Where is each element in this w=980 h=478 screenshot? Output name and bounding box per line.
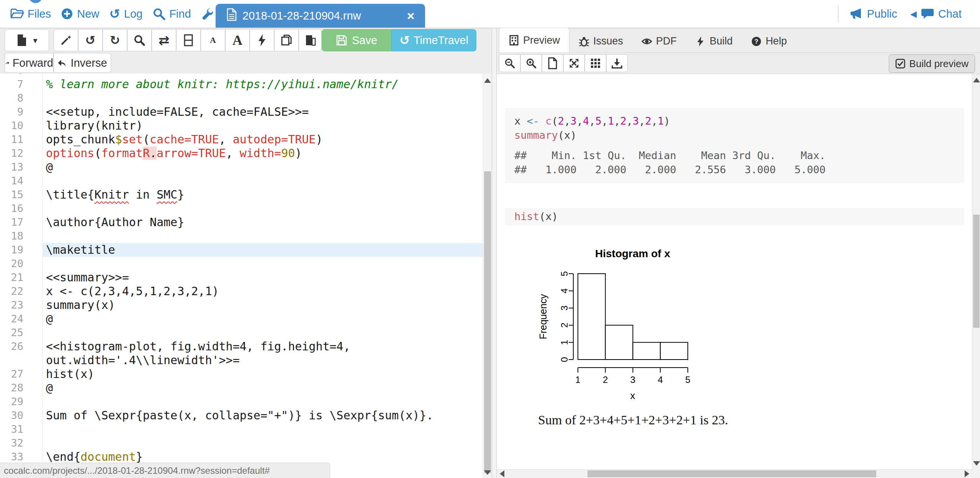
font-decrease-button[interactable]: A: [201, 29, 225, 51]
forward-button[interactable]: Forward: [5, 53, 54, 73]
editor-line[interactable]: 21<<summary>>=: [0, 271, 483, 284]
editor-line[interactable]: 25: [0, 326, 483, 340]
timetravel-button[interactable]: ↺ TimeTravel: [391, 29, 476, 51]
new-file-menu-button[interactable]: ▾: [5, 29, 49, 51]
svg-text:3: 3: [630, 375, 635, 385]
editor-line[interactable]: 10library(knitr): [0, 119, 483, 133]
editor-line[interactable]: 8: [0, 91, 483, 105]
code-editor[interactable]: 67% learn more about knitr: https://yihu…: [0, 74, 483, 478]
editor-vertical-scrollbar[interactable]: [483, 74, 492, 478]
arrow-forward-icon: [5, 58, 10, 68]
close-icon[interactable]: ×: [407, 9, 415, 22]
scrollbar-thumb[interactable]: [973, 215, 980, 328]
editor-line[interactable]: 29: [0, 395, 483, 409]
zoom-out-button[interactable]: [499, 54, 520, 72]
histogram-figure: Histogram of xFrequencyx01234512345: [533, 246, 720, 408]
editor-line[interactable]: 23summary(x): [0, 298, 483, 312]
grid-view-button[interactable]: [585, 54, 606, 72]
download-button[interactable]: [606, 54, 628, 72]
inverse-button[interactable]: Inverse: [54, 53, 111, 73]
editor-line[interactable]: 6: [0, 74, 483, 77]
nav-public[interactable]: Public: [849, 8, 897, 20]
editor-line[interactable]: 9<<setup, include=FALSE, cache=FALSE>>=: [0, 105, 483, 119]
caret-down-icon: ▾: [33, 36, 37, 45]
tab-label: Build: [710, 35, 733, 47]
editor-line[interactable]: 27hist(x): [0, 367, 483, 381]
scroll-up-arrow[interactable]: [973, 78, 980, 82]
search-button[interactable]: [127, 29, 152, 51]
svg-text:2: 2: [603, 375, 608, 385]
scrollbar-thumb[interactable]: [587, 470, 876, 477]
svg-text:5: 5: [559, 271, 569, 276]
scroll-left-arrow[interactable]: [500, 470, 504, 477]
tab-build[interactable]: Build: [686, 30, 742, 53]
tab-issues[interactable]: Issues: [569, 30, 632, 53]
svg-text:5: 5: [685, 375, 690, 385]
editor-line[interactable]: 24@: [0, 312, 483, 326]
editor-line[interactable]: 7% learn more about knitr: https://yihui…: [0, 77, 483, 91]
editor-line[interactable]: 11opts_chunk$set(cache=TRUE, autodep=TRU…: [0, 133, 483, 146]
editor-line[interactable]: 26<<histogram-plot, fig.width=4, fig.hei…: [0, 340, 483, 367]
line-number: 21: [0, 271, 43, 284]
editor-line[interactable]: 12options(formatR.arrow=TRUE, width=90): [0, 146, 483, 160]
line-number: 10: [0, 119, 43, 133]
grid-icon: [590, 58, 601, 69]
preview-icon: [509, 35, 519, 46]
zoom-in-button[interactable]: [520, 54, 542, 72]
replace-button[interactable]: ⇄: [152, 29, 176, 51]
split-view-button[interactable]: [176, 29, 201, 51]
eye-icon: [641, 36, 652, 47]
undo-icon: ↺: [85, 33, 96, 48]
editor-line[interactable]: 20: [0, 257, 483, 271]
nav-chat[interactable]: ◀ Chat: [910, 8, 962, 20]
nav-log[interactable]: ↺ Log: [109, 6, 142, 21]
editor-line[interactable]: 28@: [0, 381, 483, 395]
editor-line[interactable]: 14: [0, 174, 483, 188]
plus-circle-icon: [61, 8, 73, 20]
redo-button[interactable]: ↻: [103, 29, 127, 51]
editor-line[interactable]: 19\maketitle: [0, 243, 483, 257]
fit-page-button[interactable]: [542, 54, 563, 72]
undo-button[interactable]: ↺: [78, 29, 103, 51]
line-number: 13: [0, 160, 43, 174]
magic-wand-button[interactable]: [54, 29, 78, 51]
nav-find[interactable]: Find: [152, 7, 191, 20]
exchange-icon: ⇄: [159, 33, 170, 48]
editor-line[interactable]: 13@: [0, 160, 483, 174]
scroll-right-arrow[interactable]: [965, 470, 969, 477]
editor-line[interactable]: 33\end{document}: [0, 450, 483, 464]
tab-help[interactable]: ?Help: [742, 30, 796, 53]
tab-pdf[interactable]: PDF: [632, 30, 686, 53]
scroll-down-arrow[interactable]: [973, 461, 980, 466]
history-icon: ↺: [399, 33, 410, 48]
nav-files[interactable]: Files: [10, 8, 51, 20]
scroll-up-arrow[interactable]: [484, 78, 491, 83]
editor-line[interactable]: 17\author{Author Name}: [0, 215, 483, 229]
line-number: 17: [0, 215, 43, 229]
editor-line[interactable]: 30Sum of \Sexpr{paste(x, collapse="+")} …: [0, 409, 483, 422]
zoom-out-icon: [504, 57, 515, 69]
paste-button[interactable]: [299, 29, 322, 51]
tab-preview[interactable]: Preview: [499, 28, 569, 53]
editor-line[interactable]: 18: [0, 229, 483, 243]
file-tab[interactable]: 2018-01-28-210904.rnw ×: [216, 4, 425, 28]
preview-horizontal-scrollbar[interactable]: [497, 469, 972, 478]
editor-line[interactable]: 22x <- c(2,3,4,5,1,2,3,2,1): [0, 284, 483, 298]
copy-button[interactable]: [274, 29, 299, 51]
scrollbar-thumb[interactable]: [484, 171, 491, 473]
fullscreen-button[interactable]: [563, 54, 585, 72]
font-increase-button[interactable]: A: [225, 29, 250, 51]
scrollbar-corner: [972, 470, 980, 478]
editor-line[interactable]: 15\title{Knitr in SMC}: [0, 188, 483, 202]
question-icon: ?: [751, 36, 762, 47]
preview-content: x <- c(2,3,4,5,1,2,3,2,1)summary(x)## Mi…: [497, 74, 972, 470]
editor-line[interactable]: 16: [0, 202, 483, 215]
editor-line[interactable]: 32: [0, 436, 483, 450]
scroll-down-arrow[interactable]: [484, 470, 491, 475]
preview-vertical-scrollbar[interactable]: [972, 74, 980, 470]
build-bolt-button[interactable]: [250, 29, 274, 51]
build-preview-button[interactable]: Build preview: [889, 54, 975, 73]
editor-line[interactable]: 31: [0, 422, 483, 436]
save-button[interactable]: Save: [322, 29, 391, 51]
nav-new[interactable]: New: [61, 8, 99, 20]
